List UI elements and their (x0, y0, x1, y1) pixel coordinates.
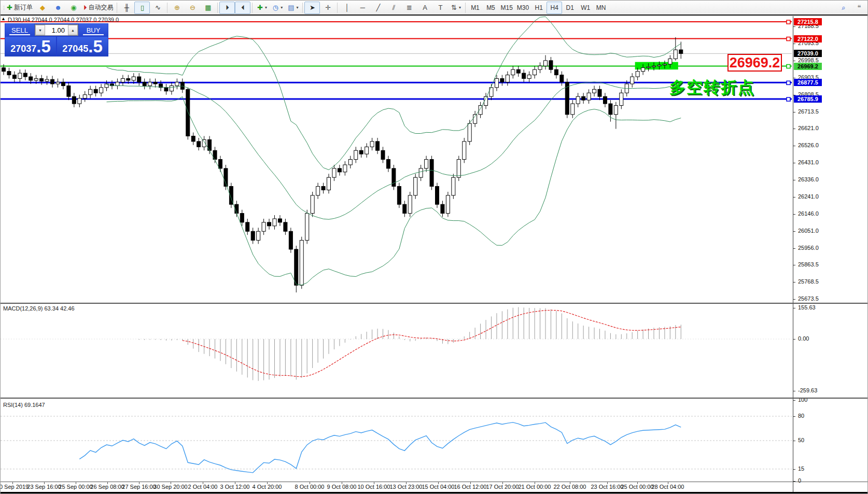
candle-body (516, 69, 520, 73)
candle-body (598, 89, 601, 96)
buy-price: 27045 (62, 44, 88, 54)
rsi-panel[interactable] (1, 416, 792, 473)
rsi-panel-separator[interactable] (1, 398, 868, 399)
volume-decrease-button[interactable]: ▼ (35, 25, 45, 35)
candle-body (668, 59, 672, 64)
macd-panel[interactable] (1, 307, 792, 381)
candle-body (137, 77, 141, 82)
candle-body (240, 214, 244, 222)
candle-body (603, 96, 607, 104)
candle-body (34, 79, 38, 80)
macd-signal-line (183, 310, 681, 376)
candle-body (408, 195, 412, 214)
candle-body (538, 66, 542, 69)
candle-body (647, 67, 650, 68)
candle-body (436, 187, 439, 205)
price-chart-canvas[interactable] (1, 1, 868, 494)
candle-body (300, 241, 303, 286)
candle-body (127, 79, 130, 80)
candle-body (143, 82, 146, 86)
candle-body (2, 68, 6, 72)
candle-body (338, 168, 341, 172)
candle-body (430, 160, 433, 187)
candle-body (89, 89, 92, 94)
candle-body (511, 69, 515, 75)
candle-body (641, 68, 645, 72)
price-level-badge: 27122.0 (794, 35, 822, 43)
one-click-trade-panel: SELL ▼ 1.00 ▲ BUY 27037 .5 27045 .5 (5, 23, 108, 57)
pivot-annotation-text[interactable]: 多空转折点 (669, 77, 755, 98)
candle-body (153, 82, 157, 83)
candle-body (348, 160, 352, 165)
candle-body (18, 73, 22, 78)
candle-body (620, 93, 623, 105)
candle-body (186, 89, 190, 136)
level-line-handle[interactable] (787, 37, 790, 41)
sell-price: 27037 (10, 44, 36, 54)
candle-body (175, 82, 179, 86)
candle-body (674, 50, 677, 59)
candle-body (463, 142, 466, 160)
candle-body (321, 187, 325, 190)
sell-button[interactable]: SELL (5, 24, 34, 36)
level-line-handle[interactable] (787, 97, 790, 101)
candle-body (23, 73, 27, 77)
candle-body (522, 73, 526, 78)
candle-body (446, 195, 450, 214)
level-line-handle[interactable] (787, 81, 790, 84)
candle-body (663, 64, 666, 65)
sell-button-label: SELL (11, 26, 28, 34)
candle-body (219, 160, 222, 168)
candle-body (376, 142, 380, 150)
candle-body (495, 79, 498, 88)
candle-body (370, 142, 374, 147)
candle-body (614, 106, 618, 115)
window-bottom-strip (1, 492, 868, 494)
volume-input[interactable]: 1.00 (45, 25, 68, 35)
macd-panel-separator[interactable] (1, 303, 868, 304)
candle-body (359, 150, 363, 154)
candle-body (544, 61, 548, 66)
candle-body (631, 77, 634, 84)
candle-body (386, 160, 390, 168)
candle-body (295, 249, 298, 285)
buy-underline (83, 34, 104, 35)
candle-body (457, 160, 460, 178)
candle-body (164, 88, 168, 91)
candle-body (657, 65, 661, 66)
price-level-badge: 26877.5 (794, 79, 822, 86)
candle-body (593, 89, 596, 93)
sell-price-button[interactable]: 27037 .5 (5, 37, 56, 57)
candle-body (425, 160, 428, 168)
bollinger-band-line (107, 97, 681, 285)
candle-body (72, 96, 76, 104)
candle-body (305, 214, 309, 241)
candle-body (381, 150, 385, 159)
candle-body (83, 95, 87, 98)
candle-body (549, 61, 553, 69)
bollinger-band-line (107, 17, 681, 170)
candle-body (316, 187, 320, 195)
volume-increase-button[interactable]: ▲ (68, 25, 78, 35)
candle-body (40, 79, 44, 81)
candle-body (500, 79, 504, 82)
candle-body (180, 82, 184, 89)
candle-body (116, 82, 119, 86)
candle-body (571, 104, 575, 115)
candle-body (78, 98, 81, 104)
buy-button[interactable]: BUY (79, 24, 108, 36)
candle-body (12, 75, 16, 79)
price-level-badge: 26785.9 (794, 95, 822, 103)
main-chart-panel[interactable] (1, 17, 792, 292)
candle-body (251, 231, 255, 240)
level-line-handle[interactable] (787, 20, 790, 24)
candle-body (45, 79, 49, 81)
price-callout-label[interactable]: 26969.2 (727, 54, 782, 72)
candle-body (506, 75, 509, 82)
price-level-badge: 27215.8 (794, 18, 822, 25)
level-line-handle[interactable] (787, 65, 790, 68)
rsi-line (79, 422, 681, 473)
buy-button-label: BUY (87, 26, 101, 34)
buy-price-button[interactable]: 27045 .5 (57, 37, 108, 57)
candle-body (397, 187, 401, 205)
